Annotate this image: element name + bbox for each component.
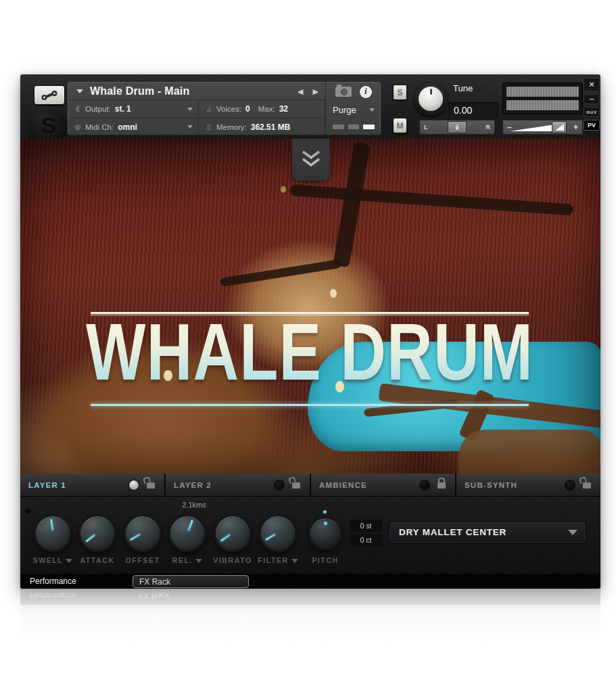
tune-value-box[interactable]: 0.00 <box>448 102 498 118</box>
pitch-label: PITCH <box>295 556 356 564</box>
tab-layer-1[interactable]: LAYER 1 <box>20 474 164 497</box>
collapse-header-button[interactable] <box>292 139 330 181</box>
window-edge-buttons: × – aux PV <box>583 78 600 133</box>
reflection: Performance FX Rack <box>20 589 600 656</box>
lock-icon[interactable] <box>583 482 591 489</box>
purge-menu[interactable]: Purge <box>326 101 381 118</box>
tab-ambience[interactable]: AMBIENCE <box>311 474 455 497</box>
voices-label: Voices: <box>216 105 241 113</box>
voices-row: ♫ Voices: 0 Max: 32 <box>199 100 325 118</box>
voices-value: 0 <box>245 104 250 114</box>
knob-pointer <box>86 534 96 543</box>
prev-instrument-button[interactable]: ◀ <box>298 87 303 96</box>
voices-icon: ♫ <box>205 106 213 113</box>
artwork-dot <box>164 370 172 381</box>
tune-knob[interactable] <box>414 82 448 116</box>
instrument-artwork: WHALE DRUM <box>20 139 600 474</box>
purge-bar-active <box>363 125 375 129</box>
purge-label: Purge <box>333 105 356 115</box>
knob-pointer <box>265 534 276 541</box>
info-icon[interactable]: i <box>360 86 372 98</box>
pan-handle[interactable]: ↡ <box>448 121 467 133</box>
artwork-wood-block <box>458 430 600 474</box>
release-knob[interactable] <box>168 514 206 552</box>
level-meter-left <box>506 86 579 97</box>
layer-power-led[interactable] <box>420 480 429 490</box>
tab-fx-rack[interactable]: FX Rack <box>133 575 249 588</box>
lock-icon[interactable] <box>147 482 155 489</box>
offset-knob[interactable] <box>124 514 162 552</box>
kontakt-instrument-window: S Whale Drum - Main ◀ ▶ € Output: st. 1 <box>20 74 600 589</box>
midi-icon: ◎ <box>74 123 82 131</box>
level-meters <box>502 83 583 114</box>
layer-power-led[interactable] <box>275 480 284 490</box>
midi-caret-icon[interactable] <box>187 125 193 129</box>
tune-knob-cap <box>419 87 443 111</box>
snapshot-camera-icon[interactable] <box>335 87 352 97</box>
purge-bar <box>348 125 360 129</box>
close-button[interactable]: × <box>584 78 600 91</box>
layer-power-led[interactable] <box>129 480 139 490</box>
layer-control-panel: 2.1kms SWELL ATTACK OFFSET REL. VIBRATO … <box>20 497 600 574</box>
instrument-art-title: WHALE DRUM <box>82 307 537 397</box>
pan-left-label: L <box>424 124 428 131</box>
instrument-title: Whale Drum - Main <box>90 85 189 97</box>
solo-button[interactable]: S <box>393 85 407 100</box>
soundiron-logo: S <box>30 107 68 143</box>
knob-pointer <box>130 534 141 541</box>
volume-plus-label[interactable]: + <box>573 122 578 132</box>
layer-power-led[interactable] <box>565 480 575 490</box>
instrument-title-row: Whale Drum - Main ◀ ▶ <box>68 83 325 100</box>
pan-split-icon: ↡ <box>454 123 460 132</box>
artwork-dot <box>281 186 286 193</box>
title-block: WHALE DRUM <box>87 309 533 411</box>
wrench-icon <box>41 90 58 101</box>
lock-icon[interactable] <box>292 482 300 489</box>
volume-handle[interactable] <box>552 121 567 133</box>
pitch-marker-dot <box>323 510 327 514</box>
pitch-semitone-readout[interactable]: 0 st <box>350 520 382 532</box>
purge-column: i Purge <box>325 83 381 135</box>
midi-row[interactable]: ◎ Midi Ch: omni <box>68 118 198 135</box>
attack-knob[interactable] <box>78 514 116 552</box>
panel-led <box>25 508 31 514</box>
output-row[interactable]: € Output: st. 1 <box>68 100 198 118</box>
midi-label: Midi Ch: <box>85 123 114 131</box>
instrument-menu-caret-icon[interactable] <box>76 89 83 93</box>
pitch-cent-readout[interactable]: 0 ct <box>350 534 382 546</box>
pitch-knob[interactable] <box>308 516 342 550</box>
tab-layer-2[interactable]: LAYER 2 <box>166 474 310 497</box>
instrument-info-box: Whale Drum - Main ◀ ▶ € Output: st. 1 ◎ <box>68 82 381 135</box>
next-instrument-button[interactable]: ▶ <box>313 87 318 96</box>
midi-value: omni <box>118 122 137 132</box>
whale-illustration <box>308 342 600 451</box>
release-value-readout: 2.1kms <box>164 501 224 509</box>
lock-icon[interactable] <box>437 482 446 489</box>
tab-performance[interactable]: Performance <box>30 577 76 586</box>
page: S Whale Drum - Main ◀ ▶ € Output: st. 1 <box>0 0 616 678</box>
artwork-branch <box>333 141 371 267</box>
swell-knob[interactable] <box>34 514 72 552</box>
aux-button[interactable]: aux <box>584 107 600 117</box>
mute-button[interactable]: M <box>393 118 407 133</box>
tab-label: AMBIENCE <box>319 481 367 489</box>
articulation-dropdown[interactable]: DRY MALLET CENTER <box>389 521 586 543</box>
artwork-branch <box>364 399 458 417</box>
layer-tabs: LAYER 1 LAYER 2 AMBIENCE SUB-SYNTH <box>20 474 600 497</box>
stats-column: ♫ Voices: 0 Max: 32 ▯ Memory: 362.51 MB <box>199 100 325 135</box>
volume-minus-label[interactable]: – <box>507 122 512 132</box>
pan-slider[interactable]: L R ↡ <box>419 120 495 135</box>
level-meter-right <box>506 99 579 111</box>
articulation-value: DRY MALLET CENTER <box>399 527 506 537</box>
edit-mode-button[interactable] <box>34 85 65 105</box>
output-caret-icon[interactable] <box>187 108 193 111</box>
bottom-tab-bar: Performance FX Rack <box>20 574 600 589</box>
tab-sub-synth[interactable]: SUB-SYNTH <box>456 474 600 497</box>
performance-view-button[interactable]: PV <box>584 120 600 131</box>
volume-slider[interactable]: – + <box>502 120 583 135</box>
dropdown-caret-icon[interactable] <box>195 559 202 563</box>
minimize-button[interactable]: – <box>584 94 600 104</box>
filter-knob[interactable] <box>259 514 297 552</box>
max-voices-value[interactable]: 32 <box>279 104 288 114</box>
vibrato-knob[interactable] <box>214 514 252 552</box>
